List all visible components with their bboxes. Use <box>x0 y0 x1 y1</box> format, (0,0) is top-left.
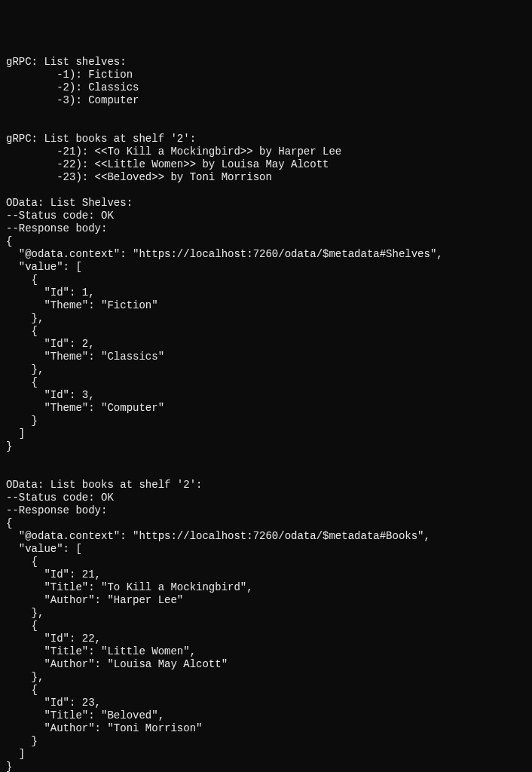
console-line: "Id": 23, <box>6 697 526 709</box>
console-line: { <box>6 274 526 286</box>
console-line: "Id": 22, <box>6 633 526 645</box>
console-line: { <box>6 235 526 248</box>
console-line: --Response body: <box>6 222 526 235</box>
console-line: --Response body: <box>6 504 526 517</box>
console-line: }, <box>6 363 526 376</box>
console-line: ] <box>6 427 526 440</box>
console-line: } <box>6 415 526 427</box>
console-line: -21): <<To Kill a Mockingbird>> by Harpe… <box>6 146 526 158</box>
console-line: } <box>6 440 526 453</box>
console-line: gRPC: List shelves: <box>6 56 526 69</box>
console-line: "@odata.context": "https://localhost:726… <box>6 530 526 543</box>
console-line: { <box>6 556 526 568</box>
console-line: -1): Fiction <box>6 69 526 81</box>
console-line: }, <box>6 312 526 325</box>
console-line: --Status code: OK <box>6 210 526 222</box>
console-line: { <box>6 325 526 338</box>
console-line <box>6 184 526 197</box>
console-line: "@odata.context": "https://localhost:726… <box>6 248 526 261</box>
console-line: { <box>6 620 526 633</box>
console-line: { <box>6 517 526 530</box>
console-line: OData: List books at shelf '2': <box>6 479 526 492</box>
console-line: ] <box>6 748 526 761</box>
console-line: "Theme": "Fiction" <box>6 299 526 312</box>
console-line <box>6 107 526 120</box>
console-line: }, <box>6 671 526 684</box>
console-line: --Status code: OK <box>6 492 526 504</box>
console-line: gRPC: List books at shelf '2': <box>6 133 526 146</box>
console-line: -23): <<Beloved>> by Toni Morrison <box>6 171 526 184</box>
console-line <box>6 466 526 479</box>
console-line <box>6 453 526 466</box>
console-line: "Theme": "Classics" <box>6 351 526 363</box>
console-line: "Title": "Beloved", <box>6 709 526 722</box>
console-line: "Title": "To Kill a Mockingbird", <box>6 581 526 594</box>
console-line: "Id": 2, <box>6 338 526 351</box>
console-output: gRPC: List shelves: -1): Fiction -2): Cl… <box>6 56 526 772</box>
console-line: "Author": "Harper Lee" <box>6 594 526 607</box>
console-line: { <box>6 376 526 389</box>
console-line: "Id": 21, <box>6 568 526 581</box>
console-line: "Author": "Toni Morrison" <box>6 722 526 735</box>
console-line: } <box>6 761 526 772</box>
console-line: "Id": 3, <box>6 389 526 402</box>
console-line: OData: List Shelves: <box>6 197 526 210</box>
console-line: } <box>6 735 526 748</box>
console-line: "Id": 1, <box>6 286 526 299</box>
console-line: -3): Computer <box>6 94 526 107</box>
console-line: "Title": "Little Women", <box>6 645 526 658</box>
console-line: "value": [ <box>6 543 526 556</box>
console-line: "Theme": "Computer" <box>6 402 526 415</box>
console-line: { <box>6 684 526 697</box>
console-line: -22): <<Little Women>> by Louisa May Alc… <box>6 158 526 171</box>
console-line: -2): Classics <box>6 81 526 94</box>
console-line <box>6 120 526 133</box>
console-line: "value": [ <box>6 261 526 274</box>
console-line: }, <box>6 607 526 620</box>
console-line: "Author": "Louisa May Alcott" <box>6 658 526 671</box>
